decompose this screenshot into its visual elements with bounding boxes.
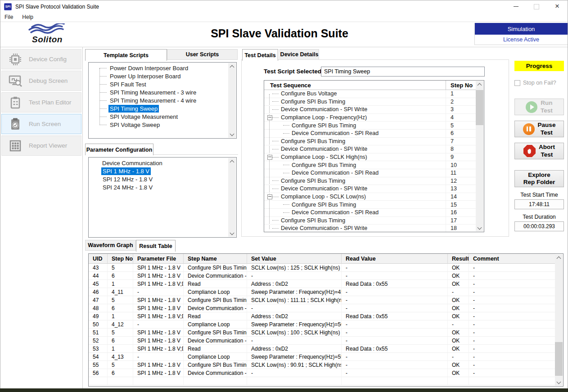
table-row[interactable]: 44 6 SPI 1 MHz - 1.8 V Device Communicat… <box>89 272 555 280</box>
app-header: Soliton SPI Slave Validation Suite Simul… <box>0 22 568 47</box>
sidebar-item-label: Device Config <box>29 56 67 63</box>
sequence-row[interactable]: Compliance Loop - SCLK High(ns) 9 <box>264 153 476 162</box>
script-item[interactable]: SPI Timing Sweep <box>89 104 236 113</box>
sequence-row[interactable]: Compliance Loop - SCLK Low(ns) 14 <box>264 193 476 201</box>
scroll-down-icon[interactable] <box>476 225 483 231</box>
abort-test-button[interactable]: AbortTest <box>514 143 564 159</box>
tab-device-details[interactable]: Device Details <box>279 49 319 60</box>
sequence-row[interactable]: Configure SPI Bus Timing 10 <box>264 161 476 169</box>
stop-on-fail-checkbox[interactable] <box>514 80 520 86</box>
scroll-up-icon[interactable] <box>476 81 483 88</box>
sidebar-item-label: Test Plan Editor <box>29 99 72 106</box>
sequence-row[interactable]: Device Communication - SPI Read 11 <box>264 169 476 177</box>
sequence-row[interactable]: Device Communication - SPI Write 13 <box>264 185 476 193</box>
table-row[interactable]: 45 1 SPI 1 MHz - 1.8 V;De Read Address :… <box>89 280 555 288</box>
tab-template-scripts[interactable]: Template Scripts <box>85 49 167 61</box>
sidebar-item-device-config[interactable]: Device Config <box>1 49 81 69</box>
script-item[interactable]: Power Down Interposer Board <box>89 64 236 72</box>
sequence-step-name: Device Communication - SPI Write <box>281 146 367 152</box>
collapse-icon[interactable] <box>267 194 272 199</box>
run-test-button[interactable]: RunTest <box>514 99 564 115</box>
tree-indent <box>264 133 275 134</box>
close-button[interactable]: × <box>547 0 568 13</box>
result-scrollbar[interactable] <box>555 254 563 386</box>
script-item[interactable]: SPI Timing Measurement - 3 wire <box>89 88 236 96</box>
maximize-button[interactable] <box>526 0 547 13</box>
sequence-scrollbar[interactable] <box>476 81 483 231</box>
table-row[interactable]: 54 4_13 - Compliance Loop Sweep Paramete… <box>89 353 555 361</box>
maximize-icon <box>534 4 539 9</box>
sidebar-item-debug-screen[interactable]: Debug Screen <box>1 71 81 91</box>
stop-on-fail[interactable]: Stop on Fail? <box>514 80 556 86</box>
pause-test-button[interactable]: PauseTest <box>514 121 564 137</box>
table-row[interactable]: 51 5 SPI 1 MHz - 1.8 V Configure SPI Bus… <box>89 329 555 337</box>
sequence-row[interactable]: Configure SPI Bus Timing 5 <box>264 122 476 130</box>
collapse-icon[interactable] <box>267 115 272 120</box>
script-item[interactable]: SPI Voltage Measurement <box>89 113 236 121</box>
script-item[interactable]: Power Up Interposer Board <box>89 72 236 80</box>
sequence-row[interactable]: Configure Bus Voltage 1 <box>264 90 476 98</box>
scroll-up-icon[interactable] <box>228 158 236 165</box>
tab-result-table[interactable]: Result Table <box>136 240 176 252</box>
sequence-row[interactable]: Device Communication - SPI Read 16 <box>264 209 476 217</box>
sequence-row[interactable]: Device Communication - SPI Read 6 <box>264 130 476 138</box>
tab-test-details[interactable]: Test Details <box>242 49 278 61</box>
sidebar-item-report-viewer[interactable]: Report Viewer <box>1 135 81 156</box>
sequence-row[interactable]: Device Communication - SPI Write 3 <box>264 106 476 114</box>
scroll-up-icon[interactable] <box>228 63 236 70</box>
parameter-item[interactable]: SPI 24 MHz - 1.8 V <box>89 183 236 191</box>
sequence-step-name: Device Communication - SPI Write <box>281 106 367 113</box>
tree-connector <box>283 165 289 165</box>
sequence-row[interactable]: Configure SPI Bus Timing 7 <box>264 138 476 146</box>
sequence-row[interactable]: Compliance Loop - Frequency(Hz) 4 <box>264 114 476 122</box>
test-script-selected-input[interactable]: SPI Timing Sweep <box>321 67 485 77</box>
sequence-row[interactable]: Device Communication - SPI Write 8 <box>264 145 476 153</box>
app-icon: SPI <box>4 3 12 10</box>
scrollbar-thumb[interactable] <box>555 342 563 376</box>
parameter-item[interactable]: SPI 12 MHz - 1.8 V <box>89 175 236 183</box>
sequence-row[interactable]: Configure SPI Bus Timing 2 <box>264 98 476 106</box>
scroll-down-icon[interactable] <box>228 131 236 138</box>
tab-parameter-configuration[interactable]: Parameter Configuration <box>85 144 153 155</box>
table-row[interactable]: 49 1 SPI 1 MHz - 1.8 V;De Read Address :… <box>89 312 555 320</box>
scrollbar-thumb[interactable] <box>476 90 483 125</box>
scripts-scrollbar[interactable] <box>228 63 236 138</box>
parameter-scrollbar[interactable] <box>228 158 236 237</box>
table-row[interactable]: 52 6 SPI 1 MHz - 1.8 V Device Communicat… <box>89 337 555 345</box>
parameter-item[interactable]: SPI 1 MHz - 1.8 V <box>89 167 236 175</box>
explore-rep-folder-button[interactable]: ExploreRep Folder <box>514 170 564 187</box>
debug-monitor-icon <box>2 74 29 88</box>
tree-connector <box>283 133 289 134</box>
table-row[interactable]: 43 5 SPI 1 MHz - 1.8 V Configure SPI Bus… <box>89 264 555 272</box>
sequence-row[interactable]: Configure SPI Bus Timing 17 <box>264 217 476 225</box>
collapse-icon[interactable] <box>267 155 272 160</box>
table-row[interactable]: 53 1 SPI 1 MHz - 1.8 V;De Read Address :… <box>89 345 555 353</box>
scroll-down-icon[interactable] <box>555 379 563 386</box>
script-item[interactable]: SPI Timing Measurement - 4 wire <box>89 96 236 104</box>
table-row[interactable]: 50 4_12 - Compliance Loop Sweep Paramete… <box>89 320 555 329</box>
menu-file[interactable]: File <box>5 14 13 20</box>
sequence-step-no: 11 <box>446 169 476 177</box>
menu-help[interactable]: Help <box>22 14 33 20</box>
sequence-row[interactable]: Device Communication - SPI Write 18 <box>264 225 476 232</box>
script-item[interactable]: SPI Voltage Sweep <box>89 121 236 129</box>
table-row[interactable]: 55 5 SPI 1 MHz - 1.8 V Configure SPI Bus… <box>89 361 555 369</box>
scroll-up-icon[interactable] <box>555 254 563 261</box>
table-row[interactable]: 56 6 SPI 1 MHz - 1.8 V Device Communicat… <box>89 369 555 377</box>
tab-waveform-graph[interactable]: Waveform Graph <box>85 240 136 251</box>
sequence-row[interactable]: Configure SPI Bus Timing 15 <box>264 201 476 209</box>
tab-user-scripts[interactable]: User Scripts <box>167 49 238 60</box>
script-item[interactable]: SPI Fault Test <box>89 80 236 88</box>
tree-connector <box>99 76 107 77</box>
table-row[interactable]: 48 6 SPI 1 MHz - 1.8 V Device Communicat… <box>89 304 555 312</box>
minimize-button[interactable] <box>505 0 526 13</box>
scroll-down-icon[interactable] <box>228 230 236 237</box>
result-rows: 43 5 SPI 1 MHz - 1.8 V Configure SPI Bus… <box>89 264 555 377</box>
sequence-step-name: Compliance Loop - Frequency(Hz) <box>281 114 367 121</box>
sequence-step-no: 6 <box>446 130 476 137</box>
table-row[interactable]: 46 4_11 - Compliance Loop Sweep Paramete… <box>89 288 555 296</box>
sidebar-item-test-plan-editor[interactable]: Test Plan Editor <box>1 92 81 113</box>
sidebar-item-run-screen[interactable]: Run Screen <box>1 114 81 134</box>
table-row[interactable]: 47 5 SPI 1 MHz - 1.8 V Configure SPI Bus… <box>89 296 555 304</box>
sequence-row[interactable]: Configure SPI Bus Timing 12 <box>264 177 476 185</box>
